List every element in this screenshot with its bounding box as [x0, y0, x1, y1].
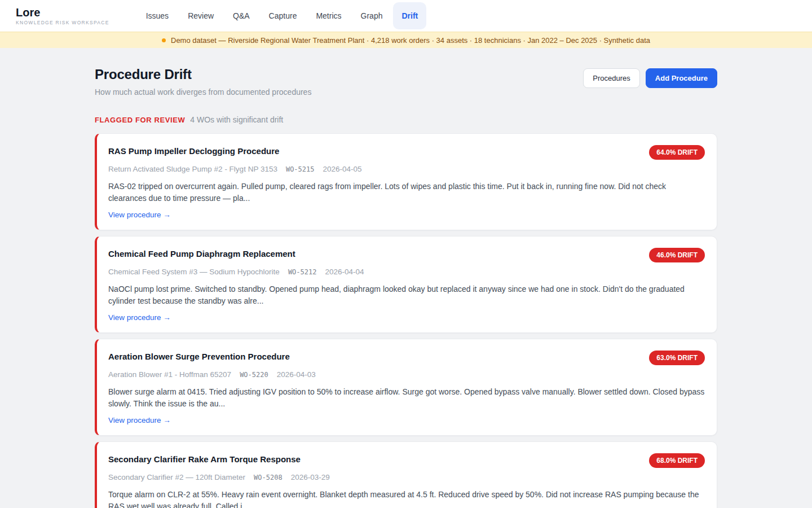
work-order-id: WO-5208 [254, 474, 283, 481]
page-actions: Procedures Add Procedure [583, 68, 717, 88]
view-procedure-link[interactable]: View procedure → [108, 211, 171, 219]
page-subtitle: How much actual work diverges from docum… [95, 87, 311, 97]
page-head-text: Procedure Drift How much actual work div… [95, 67, 311, 97]
nav-item-qa[interactable]: Q&A [224, 2, 258, 29]
asset-name: Aeration Blower #1 - Hoffman 65207 [108, 370, 231, 379]
view-procedure-link[interactable]: View procedure → [108, 416, 171, 424]
procedure-title: RAS Pump Impeller Declogging Procedure [108, 145, 279, 156]
work-order-date: 2026-04-03 [277, 370, 316, 379]
page-title: Procedure Drift [95, 67, 311, 82]
amber-dot-icon [162, 38, 166, 42]
work-order-id: WO-5215 [286, 165, 315, 173]
flagged-section-header: FLAGGED FOR REVIEW 4 WOs with significan… [95, 115, 717, 124]
nav-item-metrics[interactable]: Metrics [307, 2, 350, 29]
main-content: Procedure Drift How much actual work div… [95, 48, 717, 508]
card-top: Aeration Blower Surge Prevention Procedu… [108, 351, 705, 365]
nav-item-review[interactable]: Review [179, 2, 222, 29]
procedure-title: Aeration Blower Surge Prevention Procedu… [108, 351, 290, 361]
work-order-notes: NaOCl pump lost prime. Switched to stand… [108, 283, 705, 306]
demo-dataset-banner: Demo dataset — Riverside Regional Water … [0, 32, 812, 48]
add-procedure-button[interactable]: Add Procedure [646, 68, 717, 88]
card-top: Secondary Clarifier Rake Arm Torque Resp… [108, 453, 705, 468]
drift-badge: 46.0% DRIFT [649, 248, 705, 262]
card-meta: Aeration Blower #1 - Hoffman 65207 WO-52… [108, 370, 705, 379]
nav-item-graph[interactable]: Graph [352, 2, 391, 29]
nav-item-drift[interactable]: Drift [393, 2, 426, 29]
flagged-count-caption: 4 WOs with significant drift [190, 115, 283, 124]
view-procedure-link[interactable]: View procedure → [108, 313, 171, 322]
card-top: Chemical Feed Pump Diaphragm Replacement… [108, 248, 705, 262]
app-header: Lore KNOWLEDGE RISK WORKSPACE Issues Rev… [0, 0, 812, 32]
card-meta: Return Activated Sludge Pump #2 - Flygt … [108, 165, 705, 173]
nav-item-capture[interactable]: Capture [261, 2, 306, 29]
work-order-date: 2026-04-05 [323, 165, 362, 173]
drift-card: Chemical Feed Pump Diaphragm Replacement… [95, 236, 717, 333]
drift-badge: 68.0% DRIFT [649, 453, 705, 468]
drift-card: Aeration Blower Surge Prevention Procedu… [95, 339, 717, 436]
asset-name: Secondary Clarifier #2 — 120ft Diameter [108, 473, 245, 481]
work-order-notes: RAS-02 tripped on overcurrent again. Pul… [108, 181, 705, 204]
procedure-title: Chemical Feed Pump Diaphragm Replacement [108, 248, 295, 259]
procedure-title: Secondary Clarifier Rake Arm Torque Resp… [108, 453, 301, 464]
brand-name: Lore [16, 6, 109, 19]
brand-tagline: KNOWLEDGE RISK WORKSPACE [16, 20, 109, 25]
main-nav: Issues Review Q&A Capture Metrics Graph … [136, 0, 428, 32]
demo-dataset-text: Demo dataset — Riverside Regional Water … [171, 36, 650, 45]
work-order-notes: Blower surge alarm at 0415. Tried adjust… [108, 386, 705, 409]
drift-badge: 64.0% DRIFT [649, 145, 705, 160]
work-order-id: WO-5220 [240, 371, 268, 379]
drift-card: RAS Pump Impeller Declogging Procedure 6… [95, 133, 717, 230]
nav-item-issues[interactable]: Issues [138, 2, 177, 29]
card-top: RAS Pump Impeller Declogging Procedure 6… [108, 145, 705, 160]
card-meta: Chemical Feed System #3 — Sodium Hypochl… [108, 268, 705, 276]
asset-name: Return Activated Sludge Pump #2 - Flygt … [108, 165, 277, 173]
work-order-date: 2026-03-29 [291, 473, 330, 481]
page-head: Procedure Drift How much actual work div… [95, 67, 717, 97]
brand: Lore KNOWLEDGE RISK WORKSPACE [16, 0, 109, 32]
procedures-button[interactable]: Procedures [583, 68, 639, 88]
work-order-notes: Torque alarm on CLR-2 at 55%. Heavy rain… [108, 489, 705, 508]
asset-name: Chemical Feed System #3 — Sodium Hypochl… [108, 268, 280, 276]
flagged-for-review-label: FLAGGED FOR REVIEW [95, 116, 185, 124]
work-order-id: WO-5212 [288, 268, 317, 276]
drift-card: Secondary Clarifier Rake Arm Torque Resp… [95, 441, 717, 508]
drift-badge: 63.0% DRIFT [649, 351, 705, 365]
work-order-date: 2026-04-04 [325, 268, 364, 276]
card-meta: Secondary Clarifier #2 — 120ft Diameter … [108, 473, 705, 481]
